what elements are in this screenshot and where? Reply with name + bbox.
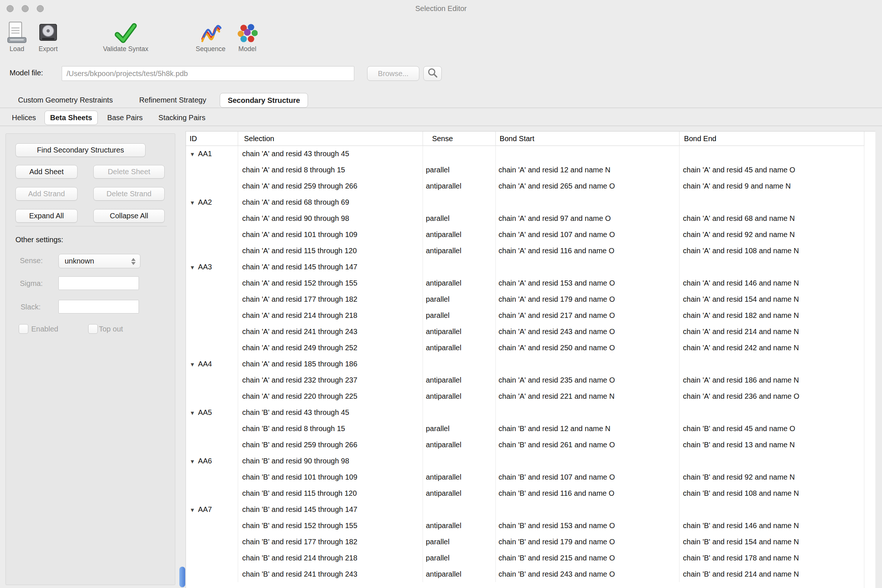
expand-all-button[interactable]: Expand All — [15, 209, 78, 223]
scroll-thumb[interactable] — [179, 567, 185, 587]
bond-start-cell — [496, 259, 680, 275]
toolbar: Load Export Validate Syntax — [0, 17, 882, 58]
disclosure-triangle-icon[interactable]: ▼ — [186, 357, 198, 372]
bond-start-cell: chain 'A' and resid 12 and name N — [496, 162, 680, 178]
sheet-id: AA6 — [198, 457, 212, 465]
selection-cell: chain 'B' and resid 259 through 266 — [238, 436, 423, 453]
sense-cell: antiparallel — [423, 469, 496, 485]
sheet-group-row[interactable]: ▼AA3chain 'A' and resid 145 through 147 — [186, 259, 864, 275]
column-header-bond-end: Bond End — [680, 132, 864, 146]
bond-start-cell: chain 'A' and resid 221 and name N — [496, 388, 680, 404]
sidebar-divider — [15, 226, 167, 226]
sheet-group-row[interactable]: ▼AA5chain 'B' and resid 43 through 45 — [186, 404, 864, 420]
strand-row[interactable]: chain 'B' and resid 101 through 109antip… — [186, 469, 864, 485]
bond-start-cell — [496, 404, 680, 420]
bond-end-cell: chain 'A' and resid 154 and name N — [680, 291, 864, 307]
strand-row[interactable]: chain 'B' and resid 177 through 182paral… — [186, 534, 864, 550]
export-button[interactable]: Export — [38, 17, 58, 53]
bond-start-cell: chain 'B' and resid 12 and name N — [496, 420, 680, 436]
load-button[interactable]: Load — [7, 17, 27, 53]
sheet-id: AA1 — [198, 150, 212, 158]
disclosure-triangle-icon[interactable]: ▼ — [186, 502, 198, 518]
strand-row[interactable]: chain 'A' and resid 249 through 252antip… — [186, 340, 864, 356]
strand-row[interactable]: chain 'A' and resid 214 through 218paral… — [186, 307, 864, 323]
disclosure-triangle-icon[interactable]: ▼ — [186, 195, 198, 210]
sigma-field[interactable] — [58, 276, 139, 290]
bond-end-cell — [680, 146, 864, 162]
bond-end-cell: chain 'A' and resid 9 and name N — [680, 178, 864, 194]
sheet-id: AA3 — [198, 263, 212, 271]
bond-end-cell — [680, 356, 864, 372]
strand-row[interactable]: chain 'B' and resid 8 through 15parallel… — [186, 420, 864, 436]
strand-row[interactable]: chain 'B' and resid 152 through 155antip… — [186, 518, 864, 534]
sheet-group-row[interactable]: ▼AA2chain 'A' and resid 68 through 69 — [186, 194, 864, 210]
id-cell — [186, 210, 238, 226]
strand-row[interactable]: chain 'B' and resid 259 through 266antip… — [186, 436, 864, 453]
strand-row[interactable]: chain 'A' and resid 115 through 120antip… — [186, 243, 864, 259]
bond-start-cell — [496, 501, 680, 518]
molecule-cluster-icon — [237, 17, 258, 44]
selection-cell: chain 'A' and resid 90 through 98 — [238, 210, 423, 226]
tab-base-pairs[interactable]: Base Pairs — [107, 114, 143, 122]
bond-end-cell: chain 'A' and resid 214 and name N — [680, 323, 864, 340]
sequence-button[interactable]: Sequence — [195, 17, 225, 53]
tab-stacking-pairs[interactable]: Stacking Pairs — [158, 114, 206, 122]
strand-row[interactable]: chain 'B' and resid 214 through 218paral… — [186, 550, 864, 566]
bond-start-cell — [496, 146, 680, 162]
sheet-group-row[interactable]: ▼AA7chain 'B' and resid 145 through 147 — [186, 501, 864, 518]
disclosure-triangle-icon[interactable]: ▼ — [186, 405, 198, 420]
table-body: ▼AA1chain 'A' and resid 43 through 45cha… — [186, 146, 864, 588]
sheet-id: AA7 — [198, 506, 212, 513]
tab-secondary-structure[interactable]: Secondary Structure — [220, 93, 308, 108]
bond-start-cell: chain 'A' and resid 217 and name O — [496, 307, 680, 323]
sigma-label: Sigma: — [20, 279, 43, 288]
model-file-row: Model file: Browse... — [0, 65, 882, 84]
sheet-group-row[interactable]: ▼AA1chain 'A' and resid 43 through 45 — [186, 146, 864, 162]
disclosure-triangle-icon[interactable]: ▼ — [186, 146, 198, 162]
selection-cell: chain 'A' and resid 152 through 155 — [238, 275, 423, 291]
strand-row[interactable]: chain 'A' and resid 259 through 266antip… — [186, 178, 864, 194]
disclosure-triangle-icon[interactable]: ▼ — [186, 260, 198, 275]
strand-row[interactable]: chain 'A' and resid 152 through 155antip… — [186, 275, 864, 291]
selection-cell: chain 'B' and resid 43 through 45 — [238, 404, 423, 420]
sheet-group-row[interactable]: ▼AA4chain 'A' and resid 185 through 186 — [186, 356, 864, 372]
id-cell: ▼AA3 — [186, 259, 238, 275]
tab-custom-geometry-restraints[interactable]: Custom Geometry Restraints — [18, 96, 113, 104]
find-secondary-structures-button[interactable]: Find Secondary Structures — [15, 143, 146, 157]
sheet-group-row[interactable]: ▼AA6chain 'B' and resid 90 through 98 — [186, 453, 864, 469]
tab-beta-sheets[interactable]: Beta Sheets — [45, 111, 98, 125]
slack-field[interactable] — [58, 300, 139, 314]
export-label: Export — [39, 45, 58, 53]
bond-start-cell: chain 'B' and resid 243 and name O — [496, 566, 680, 582]
strand-row[interactable]: chain 'A' and resid 90 through 98paralle… — [186, 210, 864, 226]
strand-row[interactable]: chain 'A' and resid 177 through 182paral… — [186, 291, 864, 307]
bond-start-cell — [496, 356, 680, 372]
vertical-scrollbar[interactable] — [864, 146, 875, 588]
id-cell — [186, 518, 238, 534]
sense-dropdown[interactable]: unknown — [58, 254, 140, 268]
tab-helices[interactable]: Helices — [12, 114, 36, 122]
strand-row[interactable]: chain 'A' and resid 241 through 243antip… — [186, 323, 864, 340]
collapse-all-button[interactable]: Collapse All — [93, 209, 165, 223]
model-button[interactable]: Model — [237, 17, 258, 53]
strand-row[interactable]: chain 'A' and resid 220 through 225antip… — [186, 388, 864, 404]
strand-row[interactable]: chain 'A' and resid 8 through 15parallel… — [186, 162, 864, 178]
add-sheet-button[interactable]: Add Sheet — [15, 165, 78, 178]
disclosure-triangle-icon[interactable]: ▼ — [186, 453, 198, 469]
bond-end-cell — [680, 259, 864, 275]
strand-row[interactable]: chain 'B' and resid 241 through 243antip… — [186, 566, 864, 582]
sense-cell: antiparallel — [423, 226, 496, 243]
bond-end-cell: chain 'A' and resid 186 and name N — [680, 372, 864, 388]
model-file-input[interactable] — [62, 66, 354, 81]
sense-cell: parallel — [423, 534, 496, 550]
strand-row[interactable]: chain 'A' and resid 232 through 237antip… — [186, 372, 864, 388]
bond-start-cell: chain 'A' and resid 116 and name O — [496, 243, 680, 259]
tab-refinement-strategy[interactable]: Refinement Strategy — [139, 96, 206, 104]
strand-row[interactable]: chain 'B' and resid 115 through 120antip… — [186, 485, 864, 501]
search-button[interactable] — [423, 66, 442, 81]
sense-cell: antiparallel — [423, 566, 496, 582]
validate-syntax-button[interactable]: Validate Syntax — [103, 17, 148, 53]
sense-cell: antiparallel — [423, 372, 496, 388]
selection-cell: chain 'B' and resid 177 through 182 — [238, 534, 423, 550]
strand-row[interactable]: chain 'A' and resid 101 through 109antip… — [186, 226, 864, 243]
